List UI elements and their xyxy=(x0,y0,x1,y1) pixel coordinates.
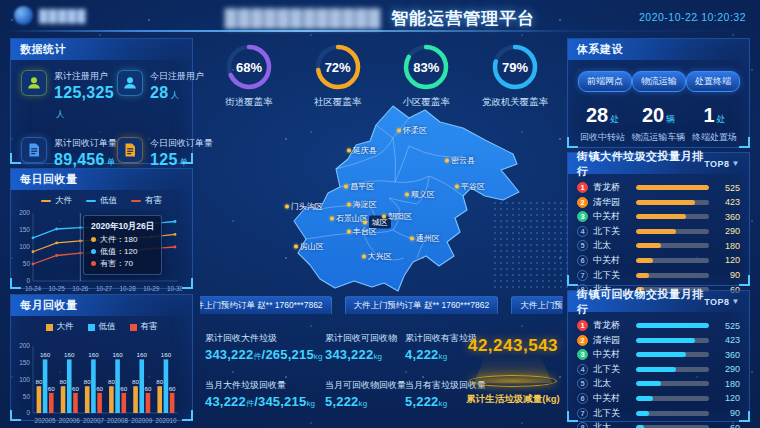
rank-bar-track xyxy=(636,273,709,278)
rank-bar-fill xyxy=(636,323,709,328)
summary-unit: 件 xyxy=(246,399,254,408)
stats-panel: 数据统计 累计注册用户125,325人今日注册用户28人累计回收订单量89,45… xyxy=(10,38,193,164)
legend-label: 大件 xyxy=(57,321,74,333)
stat-value: 125单 xyxy=(150,150,213,169)
stat-label: 累计回收订单量 xyxy=(54,137,117,150)
bulky-rank-title: 街镇大件垃圾交投量月排行 xyxy=(577,149,704,179)
tooltip-row: 低值：120 xyxy=(91,246,154,258)
rank-bar-fill xyxy=(636,185,709,190)
map-district-怀柔区: 怀柔区 xyxy=(397,125,427,136)
monthly-bar-chart: 0501001502002020058016060202006801606020… xyxy=(11,333,192,428)
rank-name: 北太 xyxy=(593,421,631,428)
summary-value: 5,222kg xyxy=(405,394,467,409)
rank-row: 2清华园423 xyxy=(577,196,740,209)
svg-text:202008: 202008 xyxy=(107,417,129,424)
rank-name: 青龙桥 xyxy=(593,181,631,194)
legend-marker xyxy=(88,324,95,331)
svg-text:0: 0 xyxy=(26,409,30,416)
summary-value: 343,222件/265,215kg xyxy=(205,347,325,362)
rank-bar-track xyxy=(636,411,709,416)
rank-bar-fill xyxy=(636,243,661,248)
summary-cell: 当月有害垃圾回收量5,222kg xyxy=(405,379,467,409)
stat-text: 今日回收订单量125单 xyxy=(150,137,213,169)
rank-row: 4北下关290 xyxy=(577,363,740,376)
system-stat-label: 回收中转站 xyxy=(580,131,625,144)
svg-text:10-30: 10-30 xyxy=(167,285,182,292)
stat-item: 累计回收订单量89,456单 xyxy=(21,137,117,169)
bulky-waste-rank-panel: 街镇大件垃圾交投量月排行 TOP8 ▼ 1青龙桥5252清华园4233中关村36… xyxy=(567,152,750,286)
daily-chart-legend: 大件低值有害 xyxy=(11,190,192,207)
map-district-密云县: 密云县 xyxy=(445,155,475,166)
district-label: 海淀区 xyxy=(353,199,377,210)
order-ticker-item: 大件上门预约订单 赵** 1760***7862 xyxy=(511,296,563,314)
rank-name: 清华园 xyxy=(593,334,631,347)
rank-row: 1青龙桥525 xyxy=(577,181,740,194)
bulky-rank-top-select[interactable]: TOP8 ▼ xyxy=(704,159,740,169)
system-tab-物流运输[interactable]: 物流运输 xyxy=(632,71,686,92)
rank-badge: 1 xyxy=(577,182,588,193)
rank-row: 6中关村120 xyxy=(577,392,740,405)
gauge-value: 72% xyxy=(313,42,363,92)
district-marker-dot xyxy=(362,254,366,258)
stat-unit: 人 xyxy=(56,109,65,119)
svg-text:60: 60 xyxy=(96,385,103,392)
tooltip-series-dot xyxy=(91,261,96,266)
gauge-ring: 72% xyxy=(313,42,363,92)
rank-value: 423 xyxy=(714,197,740,207)
district-label: 门头沟区 xyxy=(291,201,323,212)
page-title-main: 智能运营管理平台 xyxy=(391,9,535,28)
svg-text:202005: 202005 xyxy=(35,417,57,424)
stat-item: 今日注册用户28人 xyxy=(117,70,213,121)
rank-value: 60 xyxy=(714,423,740,428)
summary-label: 累计回收有害垃圾 xyxy=(405,332,467,345)
rank-value: 180 xyxy=(714,379,740,389)
system-build-title: 体系建设 xyxy=(568,39,749,60)
svg-text:60: 60 xyxy=(169,385,176,392)
tooltip-text: 有害：70 xyxy=(100,258,133,270)
map-district-昌平区: 昌平区 xyxy=(344,181,374,192)
map-district-平谷区: 平谷区 xyxy=(455,181,485,192)
legend-marker xyxy=(41,200,51,202)
order-ticker-item: 大件上门预约订单 赵** 1760***7862 xyxy=(345,296,499,314)
system-build-tabs: 前端网点物流运输处置终端 xyxy=(568,60,749,92)
svg-text:50: 50 xyxy=(23,260,31,267)
stats-panel-title: 数据统计 xyxy=(11,39,192,60)
rank-bar-fill xyxy=(636,381,661,386)
summary-cell: 累计回收可回收物343,222kg xyxy=(325,332,405,362)
waste-reduction-total: 42,243,543 累计生活垃圾减量(kg) xyxy=(460,336,566,406)
rank-name: 中关村 xyxy=(593,254,631,267)
legend-label: 有害 xyxy=(141,321,158,333)
daily-recycle-title: 每日回收量 xyxy=(11,169,192,190)
system-tab-前端网点[interactable]: 前端网点 xyxy=(578,71,632,92)
district-marker-dot xyxy=(397,128,401,132)
system-tab-处置终端[interactable]: 处置终端 xyxy=(686,71,740,92)
rank-bar-fill xyxy=(636,214,686,219)
rank-bar-track xyxy=(636,185,709,190)
gauge-ring: 83% xyxy=(401,42,451,92)
legend-label: 低值 xyxy=(99,321,116,333)
beijing-map[interactable]: 延庆县怀柔区密云县昌平区顺义区平谷区门头沟区海淀区石景山区城区朝阳区丰台区房山区… xyxy=(276,98,528,298)
map-district-海淀区: 海淀区 xyxy=(347,199,377,210)
stat-unit: 单 xyxy=(180,157,189,167)
stat-item: 今日回收订单量125单 xyxy=(117,137,213,169)
gauge-value: 79% xyxy=(490,42,540,92)
rank-bar-track xyxy=(636,352,709,357)
system-stat-label: 终端处置场 xyxy=(692,131,737,144)
summary-label: 累计回收可回收物 xyxy=(325,332,405,345)
stat-label: 累计注册用户 xyxy=(54,70,117,83)
order-ticker: 大件上门预约订单 赵** 1760***7862大件上门预约订单 赵** 176… xyxy=(200,296,563,314)
summary-unit: kg xyxy=(439,399,448,408)
datetime: 2020-10-22 10:20:32 xyxy=(639,11,746,23)
rank-value: 423 xyxy=(714,335,740,345)
district-label: 大兴区 xyxy=(368,251,392,262)
svg-text:200: 200 xyxy=(19,342,30,349)
rank-badge: 7 xyxy=(577,270,588,281)
summary-value: 43,222件/345,215kg xyxy=(205,394,325,409)
summary-cell: 当月大件垃圾回收量43,222件/345,215kg xyxy=(205,379,325,409)
monthly-chart-legend: 大件低值有害 xyxy=(11,316,192,333)
gauge-value: 83% xyxy=(401,42,451,92)
map-district-大兴区: 大兴区 xyxy=(362,251,392,262)
top-select-label: TOP8 xyxy=(704,297,729,307)
svg-text:10-25: 10-25 xyxy=(49,285,66,292)
recyclable-rank-top-select[interactable]: TOP8 ▼ xyxy=(704,297,740,307)
